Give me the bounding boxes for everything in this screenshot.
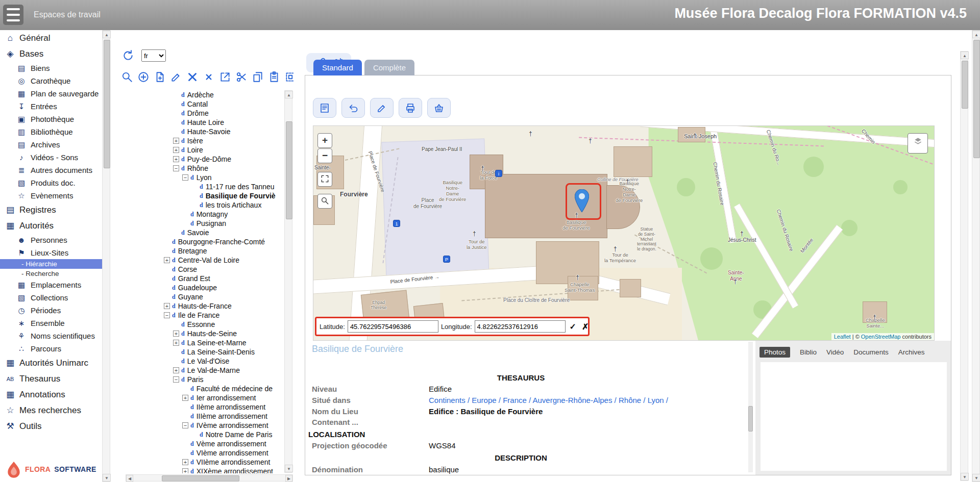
tree-item[interactable]: +dPuy-de-Dôme <box>111 155 283 164</box>
expand-toggle-icon[interactable]: + <box>164 257 170 263</box>
tree-item[interactable]: dVIème arrondissement <box>111 448 283 458</box>
tree-item[interactable]: d11-17 rue des Tanneu <box>111 182 283 191</box>
tree-item[interactable]: dHaute Loire <box>111 118 283 127</box>
tree-item[interactable]: dBretagne <box>111 246 283 256</box>
tree-item[interactable]: +dXIXème arrondissement <box>111 467 283 473</box>
map-marker-pin[interactable] <box>575 189 589 212</box>
tree-item[interactable]: dArdèche <box>111 90 283 99</box>
add-circle-icon[interactable] <box>137 71 150 83</box>
tree-item[interactable]: +dLoire <box>111 145 283 155</box>
tree-item[interactable]: −dIle de France <box>111 311 283 320</box>
tree-horizontal-scrollbar[interactable]: ◀ ▶ <box>126 474 293 481</box>
refresh-icon[interactable] <box>122 49 134 62</box>
sidebar-item-emplacements[interactable]: ▦Emplacements <box>0 278 102 291</box>
sidebar-item-evenements[interactable]: ☆Evènements <box>0 189 102 202</box>
tree-item[interactable]: +dHauts-de-Seine <box>111 329 283 338</box>
cut-scissors-icon[interactable] <box>235 71 248 83</box>
cancel-coordinates-button[interactable]: ✗ <box>580 322 590 332</box>
sidebar-item-general[interactable]: ⌂Général <box>0 30 102 46</box>
tree-item[interactable]: +dLe Val-de-Marne <box>111 366 283 375</box>
tree-item[interactable]: dLe Val-d'Oise <box>111 357 283 366</box>
expand-toggle-icon[interactable]: + <box>173 367 179 373</box>
tree-item[interactable]: dPusignan <box>111 219 283 228</box>
sidebar-item-mes-recherches[interactable]: ☆Mes recherches <box>0 402 102 418</box>
tree-item[interactable]: dCantal <box>111 99 283 109</box>
leaflet-link[interactable]: Leaflet <box>834 334 851 340</box>
longitude-input[interactable] <box>475 320 566 333</box>
expand-toggle-icon[interactable]: + <box>182 395 188 401</box>
copy-icon[interactable] <box>252 71 264 83</box>
sidebar-item-produits-doc[interactable]: ▧Produits doc. <box>0 176 102 189</box>
zoom-in-button[interactable]: + <box>317 133 332 148</box>
tree-item[interactable]: dIIème arrondissement <box>111 402 283 412</box>
tree-item[interactable]: dHaute-Savoie <box>111 127 283 136</box>
tree-item[interactable]: −dRhône <box>111 164 283 173</box>
layers-button[interactable] <box>908 133 928 154</box>
zoom-out-button[interactable]: − <box>317 148 332 163</box>
sidebar-item-autorites-unimarc[interactable]: ▦Autorités Unimarc <box>0 355 102 371</box>
tree-item[interactable]: dGuadeloupe <box>111 283 283 292</box>
sidebar-item-plan-de-sauvegarde[interactable]: ▦Plan de sauvegarde <box>0 87 102 100</box>
sidebar-item-periodes[interactable]: ◷Périodes <box>0 304 102 317</box>
tree-item[interactable]: dIIIème arrondissement <box>111 412 283 421</box>
sidebar-item-videos-sons[interactable]: ♪Vidéos - Sons <box>0 151 102 164</box>
sidebar-item-collections[interactable]: ▧Collections <box>0 291 102 304</box>
expand-toggle-icon[interactable]: + <box>173 340 179 346</box>
expand-toggle-icon[interactable]: + <box>173 147 179 153</box>
sidebar-item-hierarchie[interactable]: - Hiérarchie <box>0 259 102 269</box>
tree-item[interactable]: dDrôme <box>111 109 283 118</box>
sidebar-item-entrees[interactable]: ↧Entrées <box>0 100 102 113</box>
tree-item[interactable]: dSavoie <box>111 228 283 237</box>
tree-vertical-scrollbar[interactable]: ▲ ▼ <box>284 90 292 473</box>
language-select[interactable]: fr <box>141 49 166 62</box>
tree-item[interactable]: dCorse <box>111 265 283 274</box>
tree-item[interactable]: dBourgogne-Franche-Comté <box>111 237 283 246</box>
media-tab-biblio[interactable]: Biblio <box>800 348 817 356</box>
edit-pencil-icon[interactable] <box>170 71 182 83</box>
expand-toggle-icon[interactable]: − <box>164 312 170 318</box>
sidebar-item-archives[interactable]: ▤Archives <box>0 138 102 151</box>
media-tab-photos[interactable]: Photos <box>760 347 790 358</box>
hamburger-menu-icon[interactable] <box>3 5 23 25</box>
paste-icon[interactable] <box>268 71 280 83</box>
tree-item[interactable]: +dCentre-Val de Loire <box>111 256 283 265</box>
latitude-input[interactable] <box>348 320 438 333</box>
map-search-button[interactable] <box>317 194 332 209</box>
tree-item[interactable]: dLa Seine-Saint-Denis <box>111 347 283 357</box>
breadcrumb-link[interactable]: Auvergne-Rhône-Alpes <box>533 396 612 404</box>
sidebar-item-annotations[interactable]: ▦Annotations <box>0 387 102 402</box>
sidebar-item-phototheque[interactable]: ▣Photothèque <box>0 113 102 125</box>
expand-toggle-icon[interactable]: + <box>173 156 179 162</box>
print-button[interactable] <box>399 98 422 118</box>
tree-item[interactable]: dFaculté de médecine de <box>111 384 283 393</box>
sidebar-item-personnes[interactable]: ☻Personnes <box>0 234 102 246</box>
sidebar-item-lieux-sites[interactable]: ⚑Lieux-Sites <box>0 246 102 259</box>
expand-toggle-icon[interactable]: − <box>173 376 179 383</box>
tab-complete[interactable]: Complète <box>364 60 414 75</box>
basket-button[interactable] <box>427 98 451 118</box>
tree-item[interactable]: +dIsère <box>111 136 283 145</box>
edit-button[interactable] <box>370 98 394 118</box>
expand-toggle-icon[interactable]: − <box>182 174 188 181</box>
sidebar-item-outils[interactable]: ⚒Outils <box>0 418 102 434</box>
tree-item[interactable]: dEssonne <box>111 320 283 329</box>
sidebar-item-recherche[interactable]: - Recherche <box>0 269 102 278</box>
tab-standard[interactable]: Standard <box>313 60 362 75</box>
tree-item[interactable]: dVème arrondissement <box>111 439 283 448</box>
sidebar-item-thesaurus[interactable]: ABThesaurus <box>0 371 102 387</box>
media-tab-archives[interactable]: Archives <box>898 348 925 356</box>
sidebar-item-autorites[interactable]: ▦Autorités <box>0 218 102 234</box>
detail-scrollbar[interactable] <box>748 342 753 472</box>
sidebar-item-autres-documents[interactable]: ≣Autres documents <box>0 164 102 176</box>
tree-item[interactable]: dGuyane <box>111 292 283 301</box>
tree-item[interactable]: dGrand Est <box>111 274 283 283</box>
breadcrumb-link[interactable]: Europe <box>472 396 496 404</box>
page-scrollbar[interactable]: ▲ ▼ <box>972 30 980 482</box>
tree-item[interactable]: +dVIIème arrondissement <box>111 458 283 467</box>
fullscreen-button[interactable] <box>317 172 332 187</box>
tree-item[interactable]: −dIVème arrondissement <box>111 421 283 430</box>
remove-x-icon[interactable] <box>203 71 215 83</box>
sidebar-item-ensemble[interactable]: ∗Ensemble <box>0 317 102 329</box>
expand-toggle-icon[interactable]: + <box>164 303 170 309</box>
sidebar-item-biens[interactable]: ▤Biens <box>0 62 102 74</box>
